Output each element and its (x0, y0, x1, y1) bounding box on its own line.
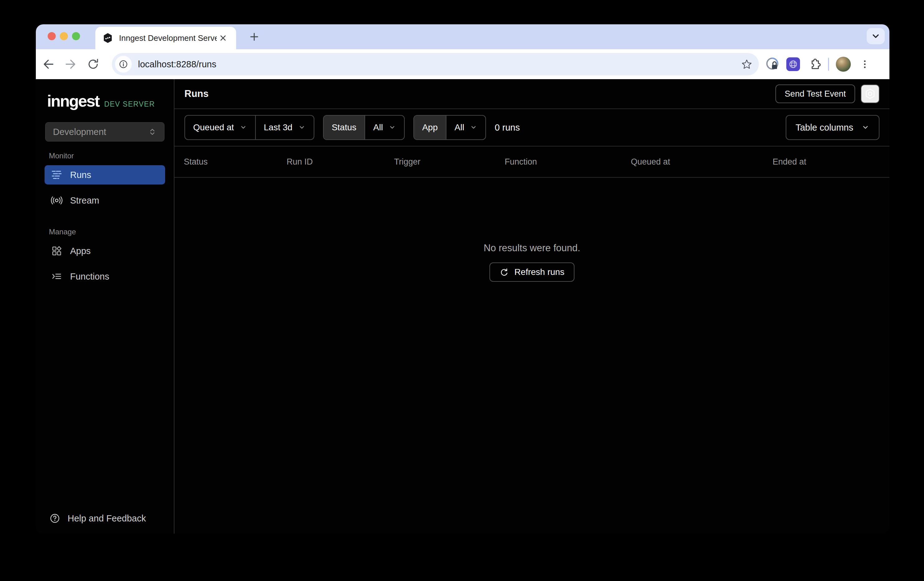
time-filter-group: Queued at Last 3d (185, 115, 314, 140)
minimize-window-button[interactable] (60, 32, 68, 40)
filter-bar: Queued at Last 3d Status (175, 109, 889, 146)
gear-icon (864, 88, 876, 100)
sidebar-item-runs[interactable]: Runs (45, 165, 165, 185)
refresh-runs-button[interactable]: Refresh runs (489, 262, 574, 282)
app-filter-label: App (414, 116, 446, 139)
status-filter-value: All (373, 122, 383, 132)
logo: inngest DEV SERVER (45, 90, 165, 110)
chevron-down-icon (239, 124, 247, 131)
column-header-run-id: Run ID (287, 157, 394, 167)
tab-search-button[interactable] (867, 28, 885, 44)
sidebar-item-label: Stream (70, 195, 99, 206)
environment-select[interactable]: Development (45, 122, 165, 142)
sidebar-item-label: Apps (70, 246, 91, 256)
time-range-dropdown[interactable]: Last 3d (255, 116, 314, 139)
send-test-event-label: Send Test Event (785, 89, 846, 99)
forward-button[interactable] (63, 57, 78, 72)
tab-favicon-icon (102, 32, 114, 44)
sidebar-item-functions[interactable]: Functions (45, 267, 165, 286)
empty-state: No results were found. Refresh runs (175, 178, 889, 534)
app-filter-dropdown[interactable]: All (446, 116, 485, 139)
chevron-down-icon (861, 123, 870, 132)
inngest-app: inngest DEV SERVER Development Monitor (36, 79, 889, 534)
site-info-icon[interactable] (115, 56, 132, 73)
url-bar[interactable]: localhost:8288/runs (112, 53, 759, 75)
send-test-event-button[interactable]: Send Test Event (776, 84, 855, 103)
time-range-value: Last 3d (264, 122, 292, 132)
environment-select-value: Development (53, 127, 106, 137)
refresh-icon (499, 267, 509, 277)
chevron-updown-icon (148, 127, 157, 136)
help-label: Help and Feedback (68, 513, 146, 524)
column-header-status: Status (184, 157, 287, 167)
help-and-feedback[interactable]: Help and Feedback (45, 512, 165, 524)
apps-icon (51, 245, 63, 257)
status-filter-dropdown[interactable]: All (365, 116, 404, 139)
chevron-down-icon (298, 124, 305, 131)
bookmark-star-icon[interactable] (741, 58, 752, 70)
tab-title: Inngest Development Server (119, 33, 217, 43)
sidebar-item-label: Functions (70, 271, 109, 282)
runs-icon (51, 169, 63, 181)
page-header: Runs Send Test Event (175, 79, 889, 109)
column-header-trigger: Trigger (394, 157, 505, 167)
browser-window: Inngest Development Server (36, 24, 889, 534)
chevron-down-icon (388, 124, 396, 131)
app-label-text: App (422, 122, 438, 132)
runs-count: 0 runs (495, 122, 520, 133)
close-window-button[interactable] (48, 32, 56, 40)
tab-close-icon[interactable] (217, 32, 229, 44)
column-header-function: Function (505, 157, 631, 167)
time-field-value: Queued at (193, 122, 234, 132)
reload-button[interactable] (86, 57, 101, 72)
stream-icon (51, 194, 63, 206)
functions-icon (51, 271, 63, 282)
dev-server-badge: DEV SERVER (104, 100, 155, 108)
zoom-window-button[interactable] (72, 32, 80, 40)
sidebar-item-apps[interactable]: Apps (45, 241, 165, 261)
extensions-puzzle-icon[interactable] (807, 57, 821, 71)
app-filter-value: All (455, 122, 464, 132)
status-filter-group: Status All (323, 115, 405, 140)
browser-toolbar: localhost:8288/runs (36, 49, 889, 79)
toolbar-separator (828, 58, 829, 71)
table-columns-label: Table columns (796, 122, 853, 133)
column-header-ended-at: Ended at (772, 157, 880, 167)
browser-menu-icon[interactable] (858, 57, 872, 71)
password-manager-icon[interactable] (765, 57, 779, 71)
table-columns-button[interactable]: Table columns (786, 115, 879, 140)
window-controls (48, 32, 80, 40)
sidebar-section-monitor: Monitor (49, 151, 161, 160)
settings-button[interactable] (861, 84, 879, 103)
page-title: Runs (185, 88, 209, 99)
back-button[interactable] (41, 57, 56, 72)
status-label-text: Status (332, 122, 356, 132)
chevron-down-icon (470, 124, 477, 131)
table-header-row: Status Run ID Trigger Function Queued at… (175, 146, 889, 178)
tab-strip: Inngest Development Server (36, 24, 889, 49)
profile-avatar[interactable] (836, 57, 851, 72)
help-icon (49, 512, 61, 524)
sidebar: inngest DEV SERVER Development Monitor (36, 79, 175, 534)
sidebar-item-stream[interactable]: Stream (45, 191, 165, 210)
main-panel: Runs Send Test Event (175, 79, 889, 534)
url-text[interactable]: localhost:8288/runs (138, 59, 741, 70)
refresh-runs-label: Refresh runs (514, 267, 564, 277)
time-field-dropdown[interactable]: Queued at (185, 116, 255, 139)
status-filter-label: Status (324, 116, 365, 139)
sidebar-section-manage: Manage (49, 228, 161, 236)
sidebar-item-label: Runs (70, 170, 91, 180)
browser-tab[interactable]: Inngest Development Server (95, 27, 236, 49)
extension-globe-icon[interactable] (786, 57, 800, 71)
column-header-queued-at: Queued at (631, 157, 772, 167)
new-tab-button[interactable] (247, 30, 261, 44)
toolbar-extensions (765, 57, 884, 72)
empty-state-message: No results were found. (483, 242, 580, 254)
inngest-logo: inngest (47, 92, 99, 110)
app-filter-group: App All (413, 115, 486, 140)
